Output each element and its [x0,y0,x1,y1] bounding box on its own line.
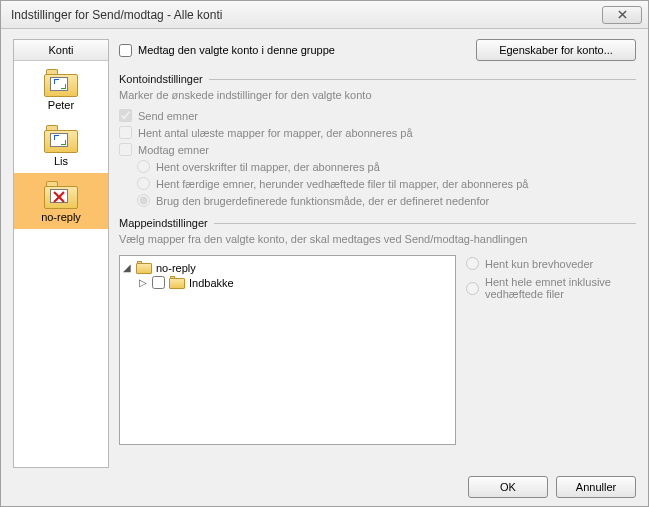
close-icon [618,10,627,19]
get-unread-label: Hent antal ulæste mapper for mapper, der… [138,127,413,139]
account-settings-title: Kontoindstillinger [119,73,203,85]
accounts-sidebar: Konti Peter Lis [13,39,109,468]
account-label: no-reply [41,211,81,223]
cancel-button[interactable]: Annuller [556,476,636,498]
cancel-label: Annuller [576,481,616,493]
include-in-group-checkbox[interactable]: Medtag den valgte konto i denne gruppe [119,44,335,57]
account-label: Peter [48,99,74,111]
send-items-input[interactable] [119,109,132,122]
tree-child-label: Indbakke [189,277,234,289]
folder-sync-icon [44,69,78,97]
radio-full-items[interactable]: Hent færdige emner, herunder vedhæftede … [137,177,636,190]
receive-items-input[interactable] [119,143,132,156]
titlebar: Indstillinger for Send/modtag - Alle kon… [1,1,648,29]
tree-child-checkbox[interactable] [152,276,165,289]
radio-full-item-folder[interactable]: Hent hele emnet inklusive vedhæftede fil… [466,276,636,300]
account-label: Lis [54,155,68,167]
account-properties-label: Egenskaber for konto... [499,44,613,56]
account-item-peter[interactable]: Peter [14,61,108,117]
folder-settings-hint: Vælg mapper fra den valgte konto, der sk… [119,233,636,245]
include-in-group-input[interactable] [119,44,132,57]
tree-expand-icon[interactable]: ▷ [138,277,148,288]
tree-root-label: no-reply [156,262,196,274]
account-settings-group: Kontoindstillinger [119,73,636,85]
account-properties-button[interactable]: Egenskaber for konto... [476,39,636,61]
receive-items-label: Modtag emner [138,144,209,156]
radio-full-items-label: Hent færdige emner, herunder vedhæftede … [156,178,528,190]
folder-icon [136,261,152,274]
radio-full-items-input[interactable] [137,177,150,190]
ok-label: OK [500,481,516,493]
account-item-noreply[interactable]: no-reply [14,173,108,229]
tree-root-row[interactable]: ◢ no-reply [122,260,453,275]
get-unread-input[interactable] [119,126,132,139]
top-row: Medtag den valgte konto i denne gruppe E… [119,39,636,61]
folder-settings-group: Mappeindstillinger [119,217,636,229]
content-area: Konti Peter Lis [1,29,648,506]
folder-settings-title: Mappeindstillinger [119,217,208,229]
folder-tree[interactable]: ◢ no-reply ▷ Indbakke [119,255,456,445]
radio-full-item-folder-input[interactable] [466,282,479,295]
window-title: Indstillinger for Send/modtag - Alle kon… [11,8,602,22]
ok-button[interactable]: OK [468,476,548,498]
radio-headers-only-label: Hent overskrifter til mapper, der abonne… [156,161,380,173]
send-items-label: Send emner [138,110,198,122]
folder-sync-icon [44,125,78,153]
folder-error-icon [44,181,78,209]
folder-icon [169,276,185,289]
send-items-checkbox[interactable]: Send emner [119,109,636,122]
radio-custom-label: Brug den brugerdefinerede funktionsmåde,… [156,195,489,207]
radio-headers-only-folder[interactable]: Hent kun brevhoveder [466,257,636,270]
folder-options: Hent kun brevhoveder Hent hele emnet ink… [466,255,636,445]
radio-custom-input[interactable] [137,194,150,207]
radio-headers-only[interactable]: Hent overskrifter til mapper, der abonne… [137,160,636,173]
radio-custom[interactable]: Brug den brugerdefinerede funktionsmåde,… [137,194,636,207]
close-button[interactable] [602,6,642,24]
radio-headers-only-folder-label: Hent kun brevhoveder [485,258,593,270]
receive-items-checkbox[interactable]: Modtag emner [119,143,636,156]
dialog-window: Indstillinger for Send/modtag - Alle kon… [0,0,649,507]
settings-pane: Medtag den valgte konto i denne gruppe E… [119,39,636,468]
account-item-lis[interactable]: Lis [14,117,108,173]
main-row: Konti Peter Lis [13,39,636,468]
account-settings-hint: Marker de ønskede indstillinger for den … [119,89,636,101]
tree-child-row[interactable]: ▷ Indbakke [122,275,453,290]
radio-headers-only-input[interactable] [137,160,150,173]
get-unread-checkbox[interactable]: Hent antal ulæste mapper for mapper, der… [119,126,636,139]
tree-collapse-icon[interactable]: ◢ [122,262,132,273]
radio-headers-only-folder-input[interactable] [466,257,479,270]
radio-full-item-folder-label: Hent hele emnet inklusive vedhæftede fil… [485,276,636,300]
dialog-footer: OK Annuller [13,468,636,498]
folder-box: ◢ no-reply ▷ Indbakke [119,255,636,445]
sidebar-header: Konti [14,40,108,61]
include-in-group-label: Medtag den valgte konto i denne gruppe [138,44,335,56]
